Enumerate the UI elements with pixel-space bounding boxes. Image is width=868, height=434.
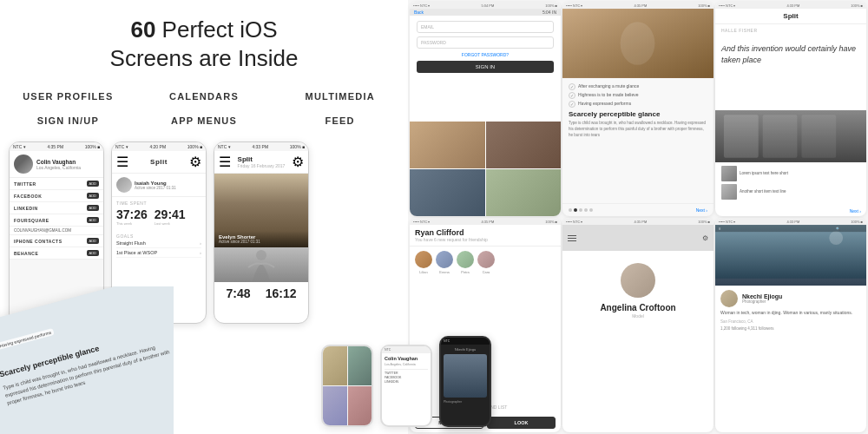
avatar-circle-1 bbox=[415, 251, 432, 268]
back-button[interactable]: Back bbox=[414, 10, 424, 15]
photographer-location: San Francisco, CA bbox=[720, 319, 861, 324]
card-angelina: ••••• NTC ▾ 4:35 PM 100% ■ ⚙ Angelina Cr… bbox=[562, 218, 713, 432]
ryan-name: Ryan Clifford bbox=[415, 228, 556, 237]
check-text-1: After exchanging a mute glance bbox=[578, 83, 639, 89]
badge-text: Having expressed performs bbox=[0, 330, 52, 349]
bottom-profile-name: Colin Vaughan bbox=[385, 356, 428, 361]
headline-bold: 60 bbox=[130, 16, 155, 43]
angelina-gear-icon[interactable]: ⚙ bbox=[702, 234, 708, 242]
time-val-2: 29:41 bbox=[155, 207, 186, 221]
profile-avatar bbox=[14, 155, 33, 174]
settings-icon-3[interactable]: ⚙ bbox=[292, 154, 304, 170]
photo-person-sub: Active since 2017 01:31 bbox=[219, 240, 304, 244]
nav-signin[interactable]: SIGN IN/UP bbox=[0, 112, 136, 129]
svg-point-8 bbox=[829, 231, 843, 245]
ryan-sub: You have 6 new request for friendship bbox=[415, 237, 556, 242]
next-button[interactable]: Next › bbox=[696, 207, 707, 213]
bottom-phone-black: NTC Nkechi Ejiogu Photographer bbox=[439, 336, 491, 427]
forgot-password-link[interactable]: FORGOT PASSWORD? bbox=[417, 52, 554, 57]
nav-dots bbox=[569, 208, 593, 212]
photo-thumb-2 bbox=[348, 346, 372, 385]
scarcely-title: Scarcely perceptible glance bbox=[569, 110, 707, 118]
scarcely-nav: Next › bbox=[562, 203, 713, 216]
hamburger-line-1 bbox=[568, 235, 576, 236]
sign-in-button[interactable]: SIGN IN bbox=[417, 61, 554, 73]
quote-nav: Next › bbox=[715, 206, 866, 216]
quote-items: Lorem ipsum text here short Another shor… bbox=[715, 162, 866, 206]
nav-dot-5 bbox=[589, 208, 593, 212]
photographer-role: Photographer bbox=[742, 299, 782, 304]
photographer-body: Nkechi Ejiogu Photographer Woman in tech… bbox=[715, 286, 866, 432]
photographer-profile-row: Nkechi Ejiogu Photographer bbox=[720, 290, 861, 307]
goals-section: GOALS Straight Flush › 1st Place at WSOP… bbox=[112, 231, 206, 260]
hamburger-icon-3: ☰ bbox=[219, 154, 231, 170]
check-icon-1: ✓ bbox=[569, 83, 575, 90]
bottom-phone-statusbar: NTC bbox=[382, 346, 431, 353]
bottom-social-3: LINKEDIN bbox=[385, 380, 428, 384]
login-nav-bar: Back 5:04 IN bbox=[410, 9, 561, 16]
quote-item-1: Lorem ipsum text here short bbox=[721, 166, 860, 181]
bottom-phone-white-1 bbox=[321, 345, 373, 427]
settings-icon[interactable]: ⚙ bbox=[189, 154, 201, 170]
photographer-stats: 1,200 following 4,311 followers bbox=[720, 326, 861, 331]
email-input[interactable]: EMAIL bbox=[417, 21, 554, 33]
silhouette-svg bbox=[240, 248, 283, 281]
phone3-time-1: 7:48 bbox=[227, 286, 251, 300]
social-linkedin: LINKEDIN ADD bbox=[10, 202, 103, 214]
social-facebook: FACEBOOK ADD bbox=[10, 190, 103, 202]
photographer-name: Nkechi Ejiogu bbox=[742, 293, 782, 299]
avatar-cara: Cara bbox=[477, 251, 495, 274]
profile-location: Los Angeles, California bbox=[36, 165, 81, 170]
phone3-time-2: 16:12 bbox=[266, 286, 297, 300]
quote-item-2: Another short item text line bbox=[721, 184, 860, 200]
login-time: 5:04 PM bbox=[481, 3, 494, 8]
quote-image bbox=[715, 110, 866, 162]
dark-photo-bg bbox=[444, 354, 487, 398]
goal-text-2: 1st Place at WSOP bbox=[116, 250, 157, 255]
nav-feed[interactable]: FEED bbox=[272, 112, 408, 129]
hamburger-menu[interactable] bbox=[568, 235, 576, 241]
angelina-role: Model bbox=[632, 313, 644, 319]
bottom-phones-container: NTC Colin Vaughan Los Angeles, Californi… bbox=[321, 336, 491, 427]
profile-info: Colin Vaughan Los Angeles, California bbox=[36, 159, 81, 170]
iphone-contacts-row: IPHONE CONTACTS ADD bbox=[10, 235, 103, 247]
item-thumbnail-1 bbox=[721, 166, 737, 181]
email-placeholder: EMAIL bbox=[421, 24, 434, 30]
goal-arrow-1: › bbox=[200, 240, 201, 246]
white-phone-screen-1 bbox=[323, 346, 372, 425]
look-button[interactable]: LOOK bbox=[487, 417, 556, 429]
check-item-3: ✓ Having expressed performs bbox=[569, 101, 707, 108]
halle-fisher-label: HALLE FISHER bbox=[715, 24, 866, 36]
check-text-2: Highness is to be made believe bbox=[578, 92, 639, 98]
bottom-social-1: TWITTER bbox=[385, 372, 428, 375]
dark-phone-statusbar: NTC bbox=[441, 338, 490, 345]
item-thumbnail-2 bbox=[721, 184, 737, 200]
next-btn[interactable]: Next › bbox=[850, 208, 861, 214]
time-sub-2: Last week bbox=[155, 221, 186, 226]
avatar-name-3: Petra bbox=[461, 270, 470, 274]
phone-calendar: NTC ▾ 4:33 PM 100% ■ ☰ Split Friday 16 F… bbox=[214, 141, 309, 324]
goal-arrow-2: › bbox=[200, 250, 201, 255]
status-bar-1: NTC ▾ 4:35 PM 100% ■ bbox=[10, 142, 103, 151]
scarcely-body: Type is child was brought in, who had sw… bbox=[569, 121, 707, 138]
check-icon-3: ✓ bbox=[569, 101, 575, 108]
nav-calendars[interactable]: CALENDARS bbox=[136, 88, 273, 105]
password-input[interactable]: PASSWORD bbox=[417, 36, 554, 49]
nav-dot-3 bbox=[579, 208, 582, 212]
photo-overlay: Evelyn Shorter Active since 2017 01:31 bbox=[214, 231, 308, 247]
angled-phone: ✓ Having expressed performs Scarcely per… bbox=[0, 286, 174, 434]
angelina-header: ⚙ bbox=[562, 225, 713, 251]
ryan-avatars: Lilian Emma Petra Cara bbox=[410, 247, 561, 279]
time-sub-1: This week bbox=[116, 221, 148, 226]
avatar-lilian: Lilian bbox=[415, 251, 432, 274]
nav-user-profiles[interactable]: USER PROFILES bbox=[0, 88, 136, 105]
nav-app-menus[interactable]: APP MENUS bbox=[136, 112, 273, 129]
avatar-name-2: Emma bbox=[439, 270, 450, 274]
hamburger-line-3 bbox=[568, 240, 576, 241]
nav-multimedia[interactable]: MULTIMEDIA bbox=[272, 88, 408, 105]
person-avatar bbox=[116, 177, 132, 193]
time-this-week: 37:26 This week bbox=[116, 207, 148, 226]
avatar-circle-4 bbox=[477, 251, 495, 268]
card-photographer: ••••• NTC ▾ 4:33 PM 100% ■ ≡ 🔍 bbox=[715, 218, 866, 432]
behance-row: BEHANCE ADD bbox=[10, 247, 103, 260]
